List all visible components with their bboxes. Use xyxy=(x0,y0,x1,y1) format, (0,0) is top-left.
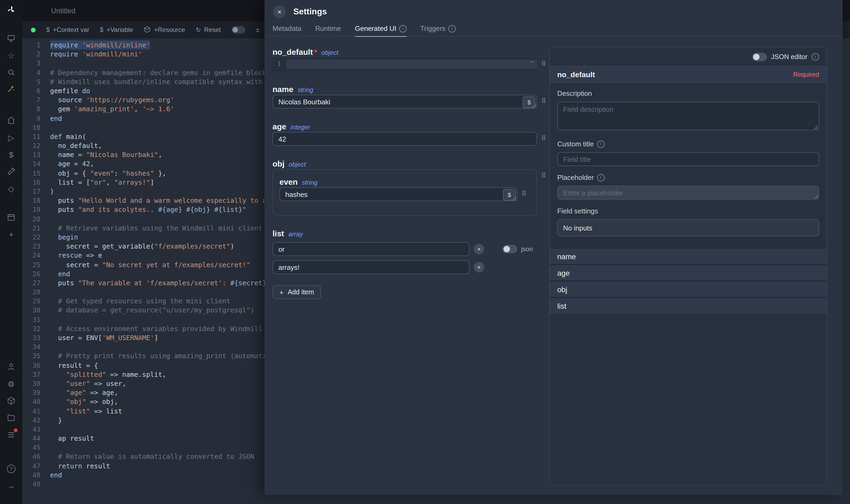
tab-runtime[interactable]: Runtime xyxy=(315,24,341,36)
line-number: 37 xyxy=(22,370,50,379)
field-list: list array × json xyxy=(272,229,553,299)
field-row-obj[interactable]: obj xyxy=(550,281,827,297)
custom-title-input[interactable] xyxy=(557,152,819,166)
notification-dot xyxy=(14,428,18,432)
field-inspector-panel: JSON editor i no_default Required Descri… xyxy=(549,47,827,485)
script-title-input[interactable]: Untitled xyxy=(51,7,76,15)
line-number: 18 xyxy=(22,196,50,205)
line-number: 9 xyxy=(22,114,50,123)
field-type: object xyxy=(289,161,306,168)
tab-generated-ui[interactable]: Generated UI i xyxy=(355,24,406,37)
selected-field-row[interactable]: no_default Required xyxy=(550,66,827,83)
line-number: 46 xyxy=(22,452,50,461)
line-number: 31 xyxy=(22,315,50,324)
line-number: 32 xyxy=(22,324,50,333)
add-item-button[interactable]: + Add item xyxy=(272,285,321,299)
windmill-logo-icon[interactable] xyxy=(6,5,16,14)
description-textarea[interactable] xyxy=(557,102,819,130)
drag-handle-icon[interactable]: ⠿ xyxy=(541,173,546,179)
json-editor-toggle[interactable] xyxy=(752,53,767,61)
insert-variable-button[interactable]: $ xyxy=(523,96,536,108)
generated-ui-form: no_default * object 1 – ⠿ xyxy=(272,47,553,312)
plus-icon: + xyxy=(279,288,284,296)
folders-icon[interactable] xyxy=(6,413,16,422)
field-type: object xyxy=(321,49,338,56)
add-context-var-button[interactable]: $ +Context var xyxy=(46,26,89,34)
home-icon[interactable] xyxy=(6,115,16,125)
diff-icon[interactable]: ± xyxy=(256,26,259,34)
search-icon[interactable] xyxy=(6,68,16,77)
field-label: name xyxy=(272,85,293,94)
line-number: 15 xyxy=(22,168,50,178)
remove-item-icon[interactable]: × xyxy=(474,244,484,254)
line-number: 11 xyxy=(22,132,50,141)
drag-handle-icon[interactable]: ⠿ xyxy=(541,61,546,67)
insert-variable-button[interactable]: $ xyxy=(503,189,516,201)
add-icon[interactable]: + xyxy=(6,229,16,239)
drag-handle-icon[interactable]: ⠿ xyxy=(522,191,526,197)
line-number: 21 xyxy=(22,223,50,233)
json-toggle[interactable] xyxy=(503,245,517,253)
line-number: 5 xyxy=(22,77,50,86)
star-icon[interactable]: ☆ xyxy=(6,51,16,60)
placeholder-input[interactable] xyxy=(557,186,819,200)
no-default-json-editor[interactable]: 1 – xyxy=(272,57,537,71)
line-number: 19 xyxy=(22,205,50,214)
list-item-input[interactable] xyxy=(272,242,469,256)
name-input[interactable] xyxy=(272,95,537,109)
field-row-age[interactable]: age xyxy=(550,264,827,281)
remove-item-icon[interactable]: × xyxy=(474,262,484,272)
field-row-name[interactable]: name xyxy=(550,248,827,264)
tab-triggers[interactable]: Triggers i xyxy=(420,24,455,36)
line-number: 47 xyxy=(22,461,50,470)
even-input[interactable] xyxy=(279,187,517,201)
line-number: 49 xyxy=(22,480,50,489)
package-icon xyxy=(144,26,151,34)
line-number: 6 xyxy=(22,86,50,95)
user-icon[interactable] xyxy=(6,362,16,372)
drag-handle-icon[interactable]: ⠿ xyxy=(541,135,546,142)
line-number: 35 xyxy=(22,352,50,361)
line-number: 3 xyxy=(22,59,50,68)
collapse-editor-icon[interactable]: – xyxy=(530,58,533,65)
magic-wand-icon[interactable] xyxy=(6,84,16,94)
close-icon[interactable]: × xyxy=(273,5,286,18)
add-resource-button[interactable]: +Resource xyxy=(144,26,185,34)
assets-icon[interactable]: ◇ xyxy=(6,184,16,193)
line-number: 41 xyxy=(22,406,50,415)
variables-icon[interactable]: $ xyxy=(6,149,16,159)
editor-toggle[interactable] xyxy=(231,26,245,34)
field-type: array xyxy=(288,231,303,238)
line-number: 44 xyxy=(22,434,50,443)
field-label: age xyxy=(272,122,286,131)
help-icon[interactable]: ? xyxy=(6,464,16,474)
no-inputs-box: No inputs xyxy=(557,219,819,236)
settings-header: × Settings xyxy=(265,0,843,23)
workers-icon[interactable] xyxy=(6,396,16,406)
info-icon: i xyxy=(812,53,819,61)
schedules-icon[interactable] xyxy=(6,212,16,222)
runs-icon[interactable]: ▷ xyxy=(6,132,16,142)
info-icon: i xyxy=(597,140,604,148)
field-type: integer xyxy=(291,124,310,131)
field-type: string xyxy=(297,86,313,94)
line-number: 16 xyxy=(22,178,50,187)
line-number: 48 xyxy=(22,470,50,480)
age-input[interactable] xyxy=(272,132,537,146)
field-obj: obj object even string xyxy=(272,159,553,216)
field-age: age integer ⠿ xyxy=(272,122,553,146)
settings-gear-icon[interactable]: ⚙ xyxy=(6,379,16,389)
monitor-icon[interactable] xyxy=(6,34,16,43)
logs-icon[interactable] xyxy=(6,430,16,439)
add-variable-button[interactable]: $ +Variable xyxy=(100,26,133,34)
status-dot xyxy=(31,28,36,32)
collapse-sidebar-icon[interactable]: → xyxy=(6,481,16,490)
tab-metadata[interactable]: Metadata xyxy=(272,24,301,36)
field-row-list[interactable]: list xyxy=(550,297,827,313)
line-number: 4 xyxy=(22,68,50,77)
list-item-input[interactable] xyxy=(272,260,469,274)
resources-icon[interactable] xyxy=(6,166,16,176)
line-number: 1 xyxy=(22,40,50,50)
reset-button[interactable]: ↻ Reset xyxy=(196,26,221,34)
drag-handle-icon[interactable]: ⠿ xyxy=(541,98,546,104)
